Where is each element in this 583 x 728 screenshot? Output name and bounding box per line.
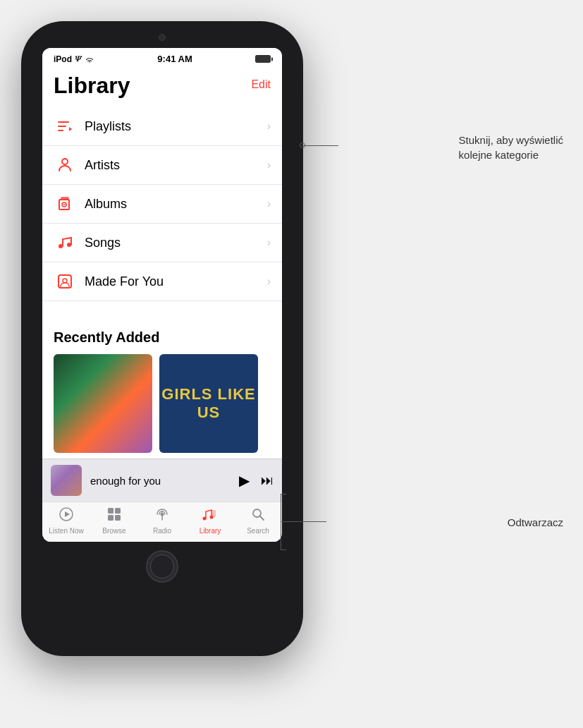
edit-annotation: Stuknij, aby wyświetlićkolejne kategorie [459, 133, 563, 162]
svg-point-8 [59, 244, 63, 248]
menu-item-made-for-you[interactable]: Made For You › [42, 262, 282, 301]
svg-rect-16 [108, 515, 113, 521]
mini-song-title: enough for you [82, 475, 239, 487]
album-art-1[interactable] [54, 354, 152, 453]
front-camera [159, 34, 166, 41]
status-right [255, 55, 271, 63]
playlists-chevron: › [267, 120, 271, 133]
artists-label: Artists [85, 158, 267, 173]
albums-label: Albums [85, 197, 267, 212]
browse-label: Browse [102, 527, 125, 535]
svg-rect-0 [58, 121, 69, 123]
svg-point-11 [63, 279, 67, 283]
svg-rect-14 [108, 508, 113, 514]
carrier-label: iPod [54, 54, 72, 64]
menu-item-playlists[interactable]: Playlists › [42, 107, 282, 146]
made-for-you-chevron: › [267, 275, 271, 288]
player-top-tick [281, 494, 286, 495]
scene: iPod 𝛹 9:41 AM [0, 0, 583, 728]
edit-button[interactable]: Edit [251, 73, 271, 91]
menu-item-songs[interactable]: Songs › [42, 224, 282, 262]
library-title: Library [54, 73, 130, 99]
edit-h-line [302, 145, 338, 146]
library-label: Library [200, 527, 221, 535]
mini-album-art [51, 465, 82, 496]
menu-list: Playlists › Artists › [42, 107, 282, 318]
artists-icon [54, 154, 76, 176]
svg-point-3 [62, 159, 68, 164]
radio-icon [154, 506, 170, 526]
menu-item-artists[interactable]: Artists › [42, 146, 282, 185]
tab-listen-now[interactable]: Listen Now [46, 506, 87, 535]
album2-text: GIRLS LIKE US [159, 385, 258, 422]
player-bot-tick [281, 550, 286, 550]
search-icon [250, 506, 266, 526]
songs-icon [54, 231, 76, 254]
svg-line-24 [260, 516, 264, 521]
album-row: GIRLS LIKE US [54, 354, 271, 453]
home-button-inner [150, 554, 174, 578]
mini-album-inner [51, 465, 82, 496]
library-header: Library Edit [42, 67, 282, 107]
menu-item-albums[interactable]: Albums › [42, 185, 282, 224]
svg-rect-2 [58, 130, 63, 131]
mini-player[interactable]: enough for you ▶ ⏭ [42, 459, 282, 502]
tab-search[interactable]: Search [238, 506, 278, 535]
play-button[interactable]: ▶ [239, 472, 250, 489]
svg-rect-22 [211, 510, 216, 517]
search-label: Search [247, 527, 269, 535]
library-icon [202, 506, 218, 526]
album-art-2[interactable]: GIRLS LIKE US [159, 354, 258, 453]
playlists-label: Playlists [85, 119, 267, 134]
listen-now-label: Listen Now [49, 527, 83, 535]
made-for-you-label: Made For You [85, 274, 267, 289]
made-for-you-icon [54, 270, 76, 293]
albums-icon [54, 193, 76, 215]
home-button[interactable] [146, 550, 178, 583]
player-annotation: Odtwarzacz [508, 515, 563, 530]
albums-chevron: › [267, 198, 271, 210]
status-bar: iPod 𝛹 9:41 AM [42, 48, 282, 67]
svg-point-20 [203, 517, 207, 521]
listen-now-icon [59, 506, 74, 526]
tab-bar: Listen Now Browse [42, 502, 282, 542]
browse-icon [106, 506, 122, 526]
svg-rect-15 [115, 508, 121, 514]
edit-dot [300, 142, 305, 148]
svg-marker-13 [65, 511, 70, 517]
svg-point-9 [67, 243, 71, 247]
forward-button[interactable]: ⏭ [261, 473, 274, 488]
screen: iPod 𝛹 9:41 AM [42, 48, 282, 542]
playlists-icon [54, 115, 76, 138]
songs-label: Songs [85, 236, 267, 250]
ipod-device: iPod 𝛹 9:41 AM [21, 21, 303, 656]
time-display: 9:41 AM [157, 54, 192, 64]
player-h-line [281, 521, 326, 522]
songs-chevron: › [267, 236, 271, 249]
player-v-line [281, 494, 281, 550]
svg-rect-1 [58, 126, 66, 127]
recently-added-section: Recently Added GIRLS LIKE US [42, 318, 282, 459]
status-left: iPod 𝛹 [54, 54, 94, 64]
svg-point-7 [63, 204, 65, 205]
recently-added-title: Recently Added [54, 329, 271, 346]
radio-label: Radio [153, 527, 171, 535]
tab-browse[interactable]: Browse [94, 506, 135, 535]
svg-rect-17 [115, 515, 121, 521]
mini-controls: ▶ ⏭ [239, 472, 274, 489]
tab-radio[interactable]: Radio [142, 506, 183, 535]
artists-chevron: › [267, 159, 271, 171]
svg-rect-5 [61, 198, 68, 199]
wifi-icon: 𝛹 [75, 54, 94, 63]
battery-icon [255, 55, 271, 63]
edit-annotation-text: Stuknij, aby wyświetlićkolejne kategorie [459, 134, 563, 161]
tab-library[interactable]: Library [190, 506, 231, 535]
player-annotation-text: Odtwarzacz [508, 516, 563, 528]
